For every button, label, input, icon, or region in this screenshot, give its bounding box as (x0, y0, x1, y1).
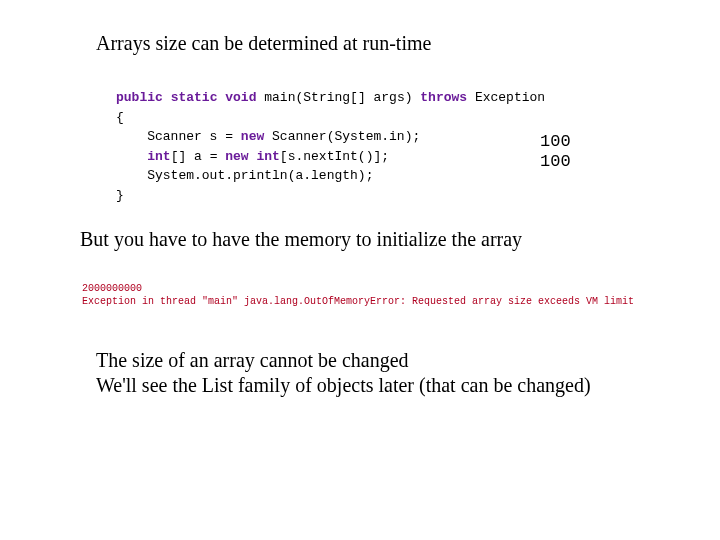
closing-paragraph: The size of an array cannot be changedWe… (96, 348, 591, 398)
code-text: [s.nextInt()]; (280, 149, 389, 164)
kw-int: int (147, 149, 170, 164)
heading-memory-needed: But you have to have the memory to initi… (80, 228, 522, 251)
kw-void: void (225, 90, 256, 105)
para-line: The size of an array cannot be changed (96, 349, 409, 371)
code-text: main(String[] args) (256, 90, 420, 105)
error-output: 2000000000 Exception in thread "main" ja… (82, 282, 634, 308)
code-text: [] a = (171, 149, 226, 164)
code-text: System.out.println(a.length); (116, 168, 373, 183)
output-block: 100 100 (540, 132, 571, 171)
kw-int: int (256, 149, 279, 164)
code-brace-open: { (116, 110, 124, 125)
kw-public: public (116, 90, 163, 105)
code-example-1: public static void main(String[] args) t… (116, 88, 545, 205)
code-text (116, 149, 147, 164)
code-text: Scanner(System.in); (264, 129, 420, 144)
slide: Arrays size can be determined at run-tim… (0, 0, 720, 540)
error-message: Exception in thread "main" java.lang.Out… (82, 296, 634, 307)
error-input-value: 2000000000 (82, 283, 142, 294)
kw-static: static (171, 90, 218, 105)
output-line: 100 (540, 132, 571, 151)
kw-new: new (241, 129, 264, 144)
kw-throws: throws (420, 90, 467, 105)
heading-runtime-size: Arrays size can be determined at run-tim… (96, 32, 431, 55)
kw-new: new (225, 149, 248, 164)
code-text: Scanner s = (116, 129, 241, 144)
code-brace-close: } (116, 188, 124, 203)
output-line: 100 (540, 152, 571, 171)
para-line: We'll see the List family of objects lat… (96, 374, 591, 396)
code-text: Exception (467, 90, 545, 105)
